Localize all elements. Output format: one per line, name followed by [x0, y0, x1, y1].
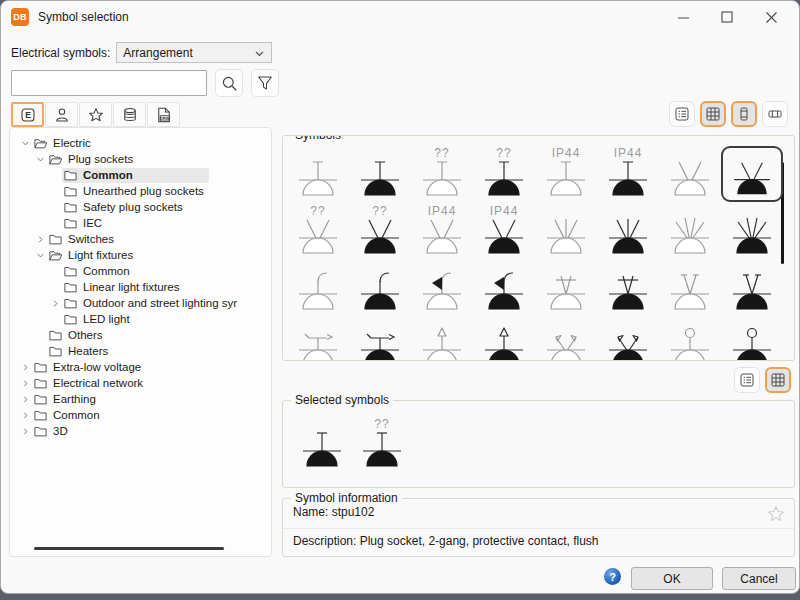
symbol-cell[interactable]	[535, 260, 597, 316]
svg-text:??: ??	[372, 204, 387, 218]
library-tabs: EDRW	[11, 102, 181, 127]
symbol-cell[interactable]	[659, 146, 721, 202]
symbol-category-dropdown[interactable]: Arrangement	[116, 42, 272, 63]
tree-item[interactable]: Common	[10, 407, 271, 423]
symbol-cell[interactable]	[597, 316, 659, 361]
symbol-cell[interactable]	[535, 316, 597, 361]
symbol-cell[interactable]: ??	[473, 146, 535, 202]
tree-expander[interactable]	[18, 378, 32, 389]
symbol-cell[interactable]	[349, 260, 411, 316]
filter-button[interactable]	[251, 69, 279, 97]
tree-expander[interactable]	[18, 410, 32, 421]
tree-item[interactable]: Light fixtures	[10, 247, 271, 263]
symbol-cell[interactable]	[411, 316, 473, 361]
tree-item[interactable]: Linear light fixtures	[10, 279, 271, 295]
symbol-cell[interactable]	[349, 316, 411, 361]
symbol-cell[interactable]: ??	[349, 204, 411, 260]
tree-item[interactable]: Plug sockets	[10, 151, 271, 167]
tree-expander[interactable]	[18, 138, 32, 149]
symbol-info-title: Symbol information	[291, 491, 402, 505]
toggle-list-view[interactable]	[734, 367, 760, 393]
tree-item[interactable]: IEC	[10, 215, 271, 231]
symbol-cell[interactable]	[349, 146, 411, 202]
favorite-button[interactable]	[766, 504, 786, 524]
tree-item[interactable]: Extra-low voltage	[10, 359, 271, 375]
horizontal-layout-icon	[767, 106, 783, 122]
symbol-cell[interactable]: IP44	[473, 204, 535, 260]
symbol-cell[interactable]: ??	[411, 146, 473, 202]
tab-drawings[interactable]: DRW	[147, 102, 180, 127]
tree-expander[interactable]	[18, 362, 32, 373]
folder-closed-icon	[48, 232, 63, 247]
toggle-list-view[interactable]	[669, 101, 695, 127]
tree-item[interactable]: LED light	[10, 311, 271, 327]
selected-symbol-cell[interactable]	[291, 417, 353, 473]
search-input[interactable]	[11, 70, 207, 96]
tree-item-label: IEC	[83, 217, 102, 229]
symbol-cell[interactable]	[721, 316, 783, 361]
tree-item-label: LED light	[83, 313, 130, 325]
tree-expander[interactable]	[48, 298, 62, 309]
database-icon	[121, 106, 139, 124]
toggle-grid-view[interactable]	[765, 367, 791, 393]
toggle-vertical-layout[interactable]	[731, 101, 757, 127]
tree-item[interactable]: Electric	[10, 135, 271, 151]
chevron-right-icon	[50, 298, 61, 309]
tree-item[interactable]: Outdoor and street lighting syr	[10, 295, 271, 311]
tab-favorites[interactable]	[79, 102, 112, 127]
search-button[interactable]	[215, 69, 243, 97]
symbol-cell[interactable]	[721, 204, 783, 260]
tree-item[interactable]: Electrical network	[10, 375, 271, 391]
selected-symbol-cell[interactable]: ??	[351, 417, 413, 473]
tree-expander[interactable]	[33, 250, 47, 261]
symbol-cell[interactable]	[411, 260, 473, 316]
toggle-horizontal-layout[interactable]	[762, 101, 788, 127]
tree-expander[interactable]	[33, 154, 47, 165]
tree-item[interactable]: Common	[10, 263, 271, 279]
maximize-button[interactable]	[705, 1, 749, 33]
minimize-button[interactable]	[661, 1, 705, 33]
cancel-button[interactable]: Cancel	[722, 567, 796, 590]
symbol-cell-selected[interactable]	[721, 146, 783, 202]
symbol-cell[interactable]: ??	[287, 204, 349, 260]
tree-item[interactable]: Earthing	[10, 391, 271, 407]
help-button[interactable]: ?	[604, 568, 621, 585]
symbol-cell[interactable]	[597, 260, 659, 316]
symbol-cell[interactable]: IP44	[535, 146, 597, 202]
close-icon	[765, 11, 778, 24]
symbol-cell[interactable]	[287, 260, 349, 316]
symbol-cell[interactable]	[721, 260, 783, 316]
close-button[interactable]	[749, 1, 793, 33]
tree-expander[interactable]	[33, 234, 47, 245]
tree-expander[interactable]	[18, 426, 32, 437]
tree-item[interactable]: Others	[10, 327, 271, 343]
symbol-cell[interactable]	[659, 260, 721, 316]
symbol-cell[interactable]	[287, 146, 349, 202]
tree-horizontal-scrollbar[interactable]	[34, 547, 224, 550]
symbol-cell[interactable]	[659, 316, 721, 361]
plug-socket-symbol	[659, 316, 721, 361]
symbol-cell[interactable]	[473, 260, 535, 316]
toggle-grid-view[interactable]	[700, 101, 726, 127]
tab-electric-symbols[interactable]: E	[11, 102, 44, 127]
tree-expander[interactable]	[18, 394, 32, 405]
symbol-cell[interactable]	[535, 204, 597, 260]
symbol-cell[interactable]	[287, 316, 349, 361]
tree-item[interactable]: Common	[10, 167, 271, 183]
tab-database[interactable]	[113, 102, 146, 127]
tree-item[interactable]: Safety plug sockets	[10, 199, 271, 215]
tree-item[interactable]: Switches	[10, 231, 271, 247]
plug-socket-symbol: IP44	[597, 146, 659, 202]
folder-closed-icon	[63, 216, 78, 231]
tab-person-symbols[interactable]	[45, 102, 78, 127]
symbol-cell[interactable]	[659, 204, 721, 260]
tree-item[interactable]: Heaters	[10, 343, 271, 359]
symbol-cell[interactable]: IP44	[411, 204, 473, 260]
tree-item[interactable]: 3D	[10, 423, 271, 439]
ok-button[interactable]: OK	[631, 567, 713, 590]
symbol-cell[interactable]: IP44	[597, 146, 659, 202]
tree-item[interactable]: Unearthed plug sockets	[10, 183, 271, 199]
symbol-cell[interactable]	[597, 204, 659, 260]
symbol-cell[interactable]	[473, 316, 535, 361]
search-icon	[220, 74, 239, 93]
